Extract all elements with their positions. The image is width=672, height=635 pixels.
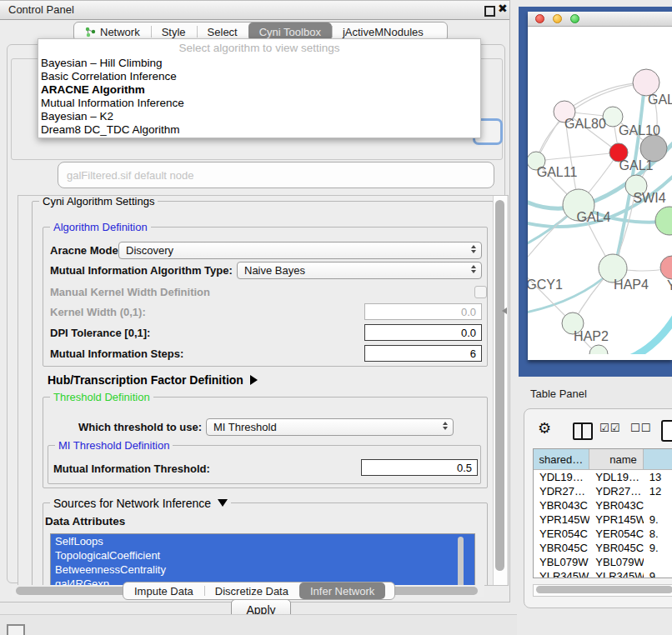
table-cell: YBL079W xyxy=(534,555,589,569)
table-row[interactable]: YBR043CYBR043C xyxy=(534,498,672,512)
manual-kernel-checkbox[interactable] xyxy=(474,286,487,298)
mi-steps-input[interactable]: 6 xyxy=(364,345,482,362)
unchecked-pair-icon[interactable]: ☐☐ xyxy=(630,422,651,434)
columns-icon[interactable] xyxy=(573,422,593,440)
mi-type-value: Naive Bayes xyxy=(244,264,305,277)
network-node[interactable] xyxy=(589,345,608,354)
network-edge[interactable] xyxy=(528,268,571,322)
tab-discretize-data[interactable]: Discretize Data xyxy=(204,582,299,599)
algorithm-option[interactable]: Mutual Information Inference xyxy=(41,97,478,110)
column-header[interactable]: name xyxy=(589,449,644,469)
table-cell: YBR043C xyxy=(534,498,589,512)
tab-infer-network[interactable]: Infer Network xyxy=(299,582,385,599)
algorithm-definition-group: Algorithm Definition Aracne Mode: Discov… xyxy=(43,227,488,367)
mi-type-combo[interactable]: Naive Bayes xyxy=(237,262,482,279)
document-icon[interactable] xyxy=(661,420,672,442)
algorithm-placeholder: Select algorithm to view settings xyxy=(38,42,480,54)
table-row[interactable]: YPR145WYPR145W9. xyxy=(534,512,672,527)
aracne-mode-combo[interactable]: Discovery xyxy=(118,242,482,259)
table-row[interactable]: YER054CYER054C8. xyxy=(534,527,672,541)
float-panel-icon[interactable] xyxy=(484,6,495,17)
data-attributes-list[interactable]: SelfLoopsTopologicalCoefficientBetweenne… xyxy=(50,533,475,586)
attribute-item[interactable]: BetweennessCentrality xyxy=(51,562,474,577)
node-attribute-table[interactable]: shared…name YDL19…YDL19…13YDR27…YDR27…12… xyxy=(533,448,672,578)
stepper-arrows-icon xyxy=(471,265,476,273)
cyni-algorithm-settings-group: Cyni Algorithm Settings Algorithm Defini… xyxy=(32,201,494,586)
network-edge[interactable] xyxy=(626,300,672,354)
sources-group: Sources for Network Inference Data Attri… xyxy=(43,502,488,586)
checked-pair-icon[interactable]: ☑☑ xyxy=(599,422,620,434)
dpi-tolerance-input[interactable]: 0.0 xyxy=(364,324,482,341)
stepper-arrows-icon xyxy=(443,422,448,430)
column-header[interactable] xyxy=(644,449,672,469)
node-label: GAL xyxy=(648,92,672,107)
attribute-item[interactable]: TopologicalCoefficient xyxy=(51,548,474,562)
kernel-width-input[interactable]: 0.0 xyxy=(364,303,482,320)
algorithm-dropdown-popup: Select algorithm to view settings Bayesi… xyxy=(38,38,481,138)
algorithm-popup-list: Bayesian – Hill ClimbingBasic Correlatio… xyxy=(41,57,478,137)
zoom-traffic-light[interactable] xyxy=(570,14,579,23)
page: Control Panel ✖ Network Style Select Cyn… xyxy=(0,0,672,635)
network-canvas[interactable]: GALGAL80GAL10GAL1GAL11SWI4GAL4GCY1HAP4YH… xyxy=(528,27,672,354)
table-cell: YDL19… xyxy=(589,470,644,484)
minimize-traffic-light[interactable] xyxy=(553,14,562,23)
network-window: GALGAL80GAL10GAL1GAL11SWI4GAL4GCY1HAP4YH… xyxy=(528,12,672,360)
table-row[interactable]: YBL079WYBL079W xyxy=(534,555,672,569)
tab-label: jActiveMNodules xyxy=(343,26,424,38)
algorithm-option[interactable]: Basic Correlation Inference xyxy=(41,70,478,83)
node-label: GCY1 xyxy=(528,278,563,292)
attribute-item[interactable]: SelfLoops xyxy=(51,534,474,548)
network-window-titlebar xyxy=(528,12,672,27)
mi-threshold-group: MI Threshold Definition Mutual Informati… xyxy=(48,445,481,484)
tab-impute-data[interactable]: Impute Data xyxy=(123,582,204,599)
close-traffic-light[interactable] xyxy=(535,14,544,23)
which-threshold-combo[interactable]: MI Threshold xyxy=(206,418,454,436)
network-node[interactable] xyxy=(660,256,672,279)
threshold-definition-legend: Threshold Definition xyxy=(50,391,153,403)
hub-definition-expander[interactable]: Hub/Transcription Factor Definition xyxy=(48,373,258,387)
table-cell: YBR043C xyxy=(589,498,644,512)
algorithm-option[interactable]: Dream8 DC_TDC Algorithm xyxy=(41,123,478,137)
network-node[interactable] xyxy=(655,207,672,235)
settings-vscroll-thumb[interactable] xyxy=(495,200,504,571)
table-cell: YLR345W xyxy=(589,569,644,578)
attributes-list-scrollbar[interactable] xyxy=(458,537,464,586)
table-hscroll-thumb[interactable] xyxy=(536,586,672,593)
table-header-row: shared…name xyxy=(534,449,672,470)
gear-icon[interactable]: ⚙ xyxy=(538,419,551,438)
column-header[interactable]: shared… xyxy=(534,449,589,469)
tab-label: Cyni Toolbox xyxy=(259,26,321,38)
table-row[interactable]: YLR345WYLR345W9. xyxy=(534,569,672,578)
node-label: HAP4 xyxy=(614,278,649,292)
table-cell: 9. xyxy=(644,541,672,555)
control-panel-title: Control Panel xyxy=(8,3,74,16)
table-rows: YDL19…YDL19…13YDR27…YDR27…12YBR043CYBR04… xyxy=(534,470,672,578)
algorithm-definition-legend: Algorithm Definition xyxy=(50,221,151,233)
obscured-table-field[interactable]: galFiltered.sif default node xyxy=(58,162,494,188)
algorithm-option[interactable]: Bayesian – Hill Climbing xyxy=(41,57,478,70)
table-panel: ⚙ ☑☑ ☐☐ shared…name YDL19…YDL19…13YDR27…… xyxy=(524,408,672,608)
expander-arrow-icon xyxy=(250,375,258,385)
table-cell: YDR27… xyxy=(534,484,589,498)
sources-legend[interactable]: Sources for Network Inference xyxy=(50,497,231,510)
settings-vscroll-track[interactable] xyxy=(493,196,507,585)
mi-threshold-legend: MI Threshold Definition xyxy=(55,439,173,452)
algorithm-option[interactable]: Bayesian – K2 xyxy=(41,110,478,123)
data-attributes-label: Data Attributes xyxy=(45,515,125,528)
table-row[interactable]: YBR045CYBR045C9. xyxy=(534,541,672,555)
mi-threshold-input[interactable]: 0.5 xyxy=(361,459,478,476)
mi-threshold-label: Mutual Information Threshold: xyxy=(53,462,210,475)
table-cell: YER054C xyxy=(534,527,589,541)
control-panel-titlebar: Control Panel ✖ xyxy=(0,1,509,20)
close-icon[interactable]: ✖ xyxy=(498,2,508,15)
table-row[interactable]: YDL19…YDL19…13 xyxy=(534,470,672,484)
panel-collapse-arrow-icon[interactable] xyxy=(502,308,507,314)
table-row[interactable]: YDR27…YDR27…12 xyxy=(534,484,672,498)
network-window-frame: GALGAL80GAL10GAL1GAL11SWI4GAL4GCY1HAP4YH… xyxy=(519,7,672,377)
algorithm-option[interactable]: ARACNE Algorithm xyxy=(41,83,478,97)
node-label: SWI4 xyxy=(633,191,665,205)
minimized-panel-icon[interactable] xyxy=(7,624,25,635)
table-cell: 8. xyxy=(644,527,672,541)
network-edge[interactable] xyxy=(536,152,619,161)
table-cell: 12 xyxy=(644,484,672,498)
